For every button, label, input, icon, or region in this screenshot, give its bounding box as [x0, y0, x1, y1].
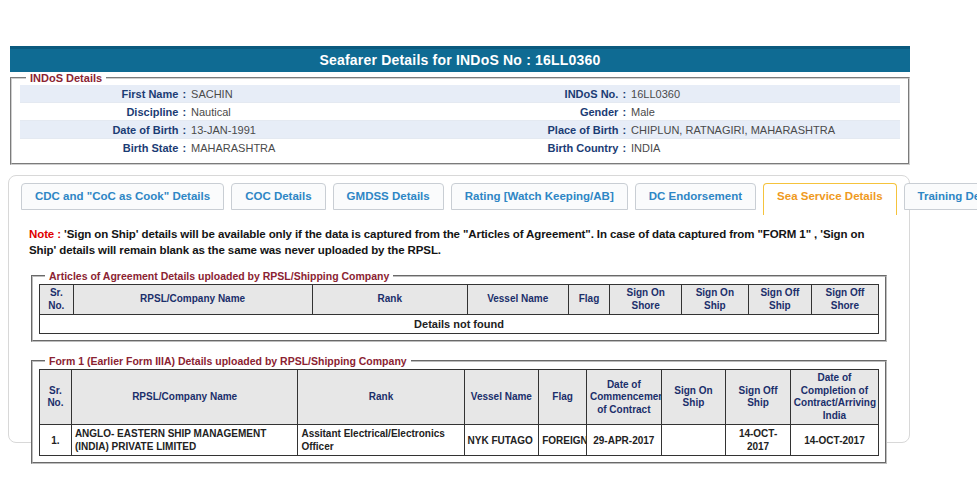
articles-of-agreement-fieldset: Articles of Agreement Details uploaded b…	[31, 270, 887, 342]
col-sign-on-shore: Sign On Shore	[610, 285, 681, 315]
col-rpsl-company-name: RPSL/Company Name	[73, 285, 312, 315]
sign-on-ship-note: Note : 'Sign on Ship' details will be av…	[29, 227, 889, 258]
cell-rpsl-company-name: ANGLO- EASTERN SHIP MANAGEMENT (INDIA) P…	[71, 425, 298, 456]
field-value: SACHIN	[191, 88, 233, 100]
field-value: INDIA	[631, 142, 660, 154]
field-value: 13-JAN-1991	[191, 124, 256, 136]
table-row: 1. ANGLO- EASTERN SHIP MANAGEMENT (INDIA…	[40, 425, 879, 456]
tab-cdc-coc-as-cook-details[interactable]: CDC and "CoC as Cook" Details	[21, 183, 224, 210]
tab-rating-watch-keeping-ab[interactable]: Rating [Watch Keeping/AB]	[451, 183, 628, 210]
table-header-row: Sr. No. RPSL/Company Name Rank Vessel Na…	[40, 370, 879, 425]
field-place-of-birth: Place of Birth: CHIPLUN, RATNAGIRI, MAHA…	[460, 124, 900, 136]
field-label: Birth Country	[460, 142, 618, 154]
indos-row: Birth State: MAHARASHTRA Birth Country: …	[20, 139, 900, 157]
indos-details-fieldset: INDoS Details First Name: SACHIN INDoS N…	[10, 72, 910, 165]
indos-row: First Name: SACHIN INDoS No.: 16LL0360	[20, 85, 900, 103]
tab-content-panel: CDC and "CoC as Cook" Details COC Detail…	[8, 175, 910, 443]
field-birth-country: Birth Country: INDIA	[460, 142, 900, 154]
indos-details-legend: INDoS Details	[26, 72, 106, 84]
tab-gmdss-details[interactable]: GMDSS Details	[333, 183, 444, 210]
col-sign-on-ship: Sign On Ship	[661, 370, 726, 425]
form1-table: Sr. No. RPSL/Company Name Rank Vessel Na…	[39, 369, 879, 456]
col-sign-off-ship: Sign Off Ship	[748, 285, 811, 315]
col-rank: Rank	[298, 370, 464, 425]
col-sr-no: Sr. No.	[40, 370, 72, 425]
col-date-of-commencement: Date of Commencement of Contract	[587, 370, 662, 425]
cell-sign-on-ship	[661, 425, 726, 456]
field-value: 16LL0360	[631, 88, 680, 100]
field-label: Place of Birth	[460, 124, 618, 136]
field-value: Nautical	[191, 106, 231, 118]
col-flag: Flag	[568, 285, 610, 315]
indos-row: Date of Birth: 13-JAN-1991 Place of Birt…	[20, 121, 900, 139]
cell-date-of-commencement: 29-APR-2017	[587, 425, 662, 456]
field-label: Date of Birth	[20, 124, 178, 136]
col-rank: Rank	[312, 285, 467, 315]
col-vessel-name: Vessel Name	[464, 370, 539, 425]
field-label: Birth State	[20, 142, 178, 154]
col-sr-no: Sr. No.	[40, 285, 74, 315]
tab-training-details[interactable]: Training Details	[904, 183, 977, 210]
cell-sr-no: 1.	[40, 425, 72, 456]
field-value: MAHARASHTRA	[191, 142, 275, 154]
articles-of-agreement-legend: Articles of Agreement Details uploaded b…	[45, 270, 393, 282]
col-sign-off-ship: Sign Off Ship	[726, 370, 791, 425]
form1-legend: Form 1 (Earlier Form IIIA) Details uploa…	[45, 355, 411, 367]
empty-row: Details not found	[40, 315, 879, 334]
tab-bar: CDC and "CoC as Cook" Details COC Detail…	[19, 183, 899, 210]
col-vessel-name: Vessel Name	[467, 285, 568, 315]
articles-of-agreement-table: Sr. No. RPSL/Company Name Rank Vessel Na…	[39, 284, 879, 334]
tab-coc-details[interactable]: COC Details	[231, 183, 325, 210]
field-label: INDoS No.	[460, 88, 618, 100]
note-label: Note :	[29, 228, 61, 240]
field-label: Gender	[460, 106, 618, 118]
indos-row: Discipline: Nautical Gender: Male	[20, 103, 900, 121]
field-indos-no: INDoS No.: 16LL0360	[460, 88, 900, 100]
field-gender: Gender: Male	[460, 106, 900, 118]
table-header-row: Sr. No. RPSL/Company Name Rank Vessel Na…	[40, 285, 879, 315]
col-date-of-completion: Date of Completion of Contract/Arriving …	[790, 370, 878, 425]
field-label: First Name	[20, 88, 178, 100]
details-not-found-message: Details not found	[40, 315, 879, 334]
page-title: Seafarer Details for INDoS No : 16LL0360	[10, 46, 910, 72]
field-birth-state: Birth State: MAHARASHTRA	[20, 142, 460, 154]
col-rpsl-company-name: RPSL/Company Name	[71, 370, 298, 425]
cell-date-of-completion: 14-OCT-2017	[790, 425, 878, 456]
field-value: CHIPLUN, RATNAGIRI, MAHARASHTRA	[631, 124, 835, 136]
col-sign-off-shore: Sign Off Shore	[811, 285, 878, 315]
cell-rank: Assitant Electrical/Electronics Officer	[298, 425, 464, 456]
tab-dc-endorsement[interactable]: DC Endorsement	[635, 183, 756, 210]
form1-fieldset: Form 1 (Earlier Form IIIA) Details uploa…	[31, 355, 887, 464]
field-date-of-birth: Date of Birth: 13-JAN-1991	[20, 124, 460, 136]
field-label: Discipline	[20, 106, 178, 118]
field-value: Male	[631, 106, 655, 118]
field-discipline: Discipline: Nautical	[20, 106, 460, 118]
cell-vessel-name: NYK FUTAGO	[464, 425, 539, 456]
col-sign-on-ship: Sign On Ship	[681, 285, 748, 315]
cell-sign-off-ship: 14-OCT-2017	[726, 425, 791, 456]
cell-flag: FOREIGN	[539, 425, 587, 456]
note-text: 'Sign on Ship' details will be available…	[29, 228, 864, 256]
field-first-name: First Name: SACHIN	[20, 88, 460, 100]
col-flag: Flag	[539, 370, 587, 425]
tab-sea-service-details[interactable]: Sea Service Details	[763, 183, 897, 215]
